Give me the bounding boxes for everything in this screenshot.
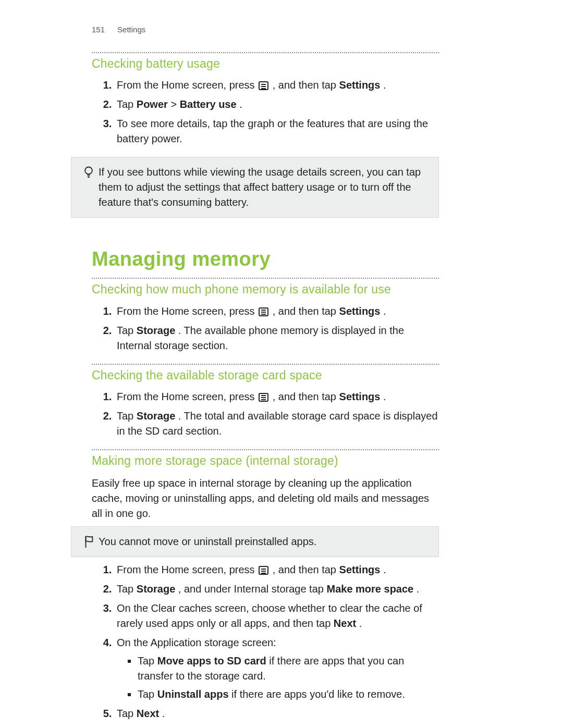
text: .	[383, 564, 386, 575]
text: On the Application storage screen:	[117, 637, 276, 648]
text: , and then tap	[273, 305, 339, 317]
text: if there are apps you'd like to remove.	[231, 688, 405, 700]
step: On the Application storage screen: Tap M…	[115, 635, 439, 702]
keyword-storage: Storage	[137, 583, 175, 595]
keyword-uninstall-apps: Uninstall apps	[157, 688, 229, 700]
subhead-battery-usage: Checking battery usage	[92, 55, 439, 72]
step: Tap Next .	[115, 706, 439, 721]
keyword-next: Next	[137, 708, 159, 719]
text: Tap	[138, 688, 157, 700]
tip-text: If you see buttons while viewing the usa…	[99, 165, 428, 210]
note-panel: You cannot move or uninstall preinstalle…	[71, 526, 439, 557]
text: On the Clear caches screen, choose wheth…	[117, 602, 422, 629]
keyword-settings: Settings	[339, 305, 381, 317]
step: From the Home screen, press , and then t…	[115, 304, 439, 319]
keyword-move-apps: Move apps to SD card	[157, 655, 266, 667]
flag-icon	[79, 534, 99, 549]
text: .	[162, 708, 165, 719]
subhead-card-space: Checking the available storage card spac…	[92, 367, 439, 384]
subhead-mem-available: Checking how much phone memory is availa…	[92, 281, 439, 298]
steps-mem-available: From the Home screen, press , and then t…	[92, 304, 439, 353]
svg-point-0	[85, 167, 92, 175]
keyword-power: Power	[137, 98, 168, 110]
text: Tap	[138, 655, 157, 667]
menu-icon	[259, 307, 268, 316]
steps-card-space: From the Home screen, press , and then t…	[92, 389, 439, 439]
step: On the Clear caches screen, choose wheth…	[115, 601, 439, 631]
note-text: You cannot move or uninstall preinstalle…	[99, 534, 428, 549]
text: To see more details, tap the graph or th…	[117, 118, 428, 144]
keyword-next: Next	[334, 618, 356, 629]
keyword-storage: Storage	[137, 410, 175, 422]
text: Tap	[117, 410, 137, 422]
substeps: Tap Move apps to SD card if there are ap…	[117, 653, 439, 702]
text: , and then tap	[273, 79, 339, 91]
substep: Tap Uninstall apps if there are apps you…	[138, 687, 439, 702]
text: , and then tap	[273, 564, 339, 575]
heading-managing-memory: Managing memory	[92, 245, 439, 274]
keyword-settings: Settings	[339, 564, 381, 575]
text: Tap	[117, 583, 137, 595]
intro-make-space: Easily free up space in internal storage…	[92, 476, 439, 521]
step: To see more details, tap the graph or th…	[115, 116, 439, 146]
lightbulb-icon	[79, 165, 99, 179]
text: From the Home screen, press	[117, 564, 258, 575]
text: .	[239, 98, 242, 110]
text: Tap	[117, 325, 137, 336]
menu-icon	[259, 566, 268, 575]
text: From the Home screen, press	[117, 305, 258, 317]
text: , and then tap	[273, 391, 339, 402]
step: From the Home screen, press , and then t…	[115, 389, 439, 404]
menu-icon	[259, 393, 268, 402]
substep: Tap Move apps to SD card if there are ap…	[138, 653, 439, 684]
text: .	[359, 618, 362, 629]
text: .	[383, 305, 386, 317]
page: 151 Settings Checking battery usage From…	[0, 0, 563, 728]
steps-battery-usage: From the Home screen, press , and then t…	[92, 78, 439, 146]
keyword-settings: Settings	[339, 391, 381, 402]
keyword-battery-use: Battery use	[180, 98, 237, 110]
text: .	[383, 79, 386, 91]
menu-icon	[259, 81, 268, 90]
tip-panel: If you see buttons while viewing the usa…	[71, 157, 439, 218]
step: Tap Storage , and under Internal storage…	[115, 582, 439, 597]
step: From the Home screen, press , and then t…	[115, 562, 439, 577]
keyword-storage: Storage	[137, 325, 175, 336]
text: From the Home screen, press	[117, 391, 258, 402]
header-section: Settings	[117, 24, 145, 35]
text: Tap	[117, 98, 137, 110]
text: From the Home screen, press	[117, 79, 258, 91]
text: .	[383, 391, 386, 402]
subhead-make-space: Making more storage space (internal stor…	[92, 452, 439, 470]
step: Tap Power > Battery use .	[115, 97, 439, 112]
steps-make-space: From the Home screen, press , and then t…	[92, 562, 439, 721]
step: Tap Storage . The available phone memory…	[115, 323, 439, 353]
text: Tap	[117, 708, 137, 719]
step: Tap Storage . The total and available st…	[115, 409, 439, 439]
text: .	[417, 583, 420, 595]
page-header: 151 Settings	[92, 0, 439, 49]
keyword-settings: Settings	[339, 79, 381, 91]
step: From the Home screen, press , and then t…	[115, 78, 439, 93]
text: >	[170, 98, 179, 110]
text: , and under Internal storage tap	[178, 583, 327, 595]
page-number: 151	[92, 24, 105, 35]
keyword-make-more-space: Make more space	[326, 583, 413, 595]
